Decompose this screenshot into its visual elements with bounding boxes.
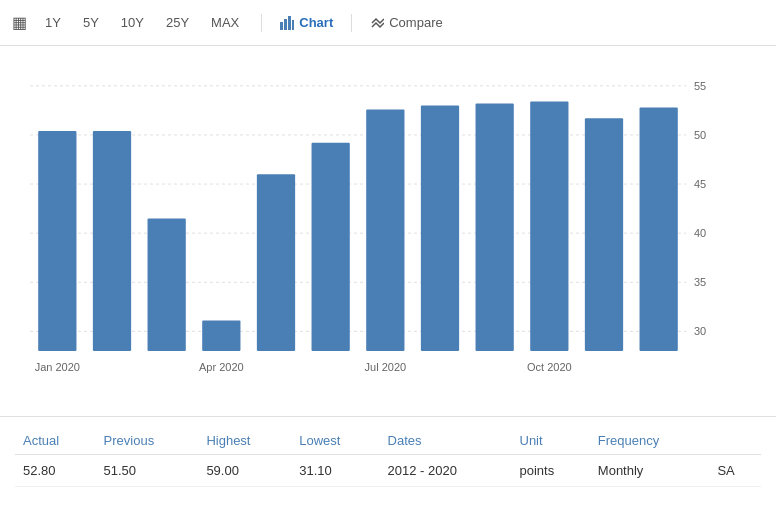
col-unit: Unit [512,427,590,455]
chart-label: Chart [299,15,333,30]
svg-rect-25 [530,102,568,351]
time-10y-button[interactable]: 10Y [117,13,148,32]
col-highest: Highest [198,427,291,455]
table-header-row: Actual Previous Highest Lowest Dates Uni… [15,427,761,455]
table-cell: 2012 - 2020 [380,455,512,487]
svg-text:Oct 2020: Oct 2020 [527,361,572,373]
svg-rect-20 [257,174,295,351]
toolbar-divider2 [351,14,352,32]
col-previous: Previous [96,427,199,455]
svg-text:Jul 2020: Jul 2020 [365,361,407,373]
compare-label: Compare [389,15,442,30]
svg-rect-2 [288,16,291,30]
col-dates: Dates [380,427,512,455]
svg-rect-27 [640,107,678,351]
table-section: Actual Previous Highest Lowest Dates Uni… [0,416,776,497]
table-cell: 59.00 [198,455,291,487]
svg-text:30: 30 [694,325,706,337]
svg-rect-19 [202,321,240,351]
time-25y-button[interactable]: 25Y [162,13,193,32]
table-cell: 31.10 [291,455,379,487]
svg-text:Jan 2020: Jan 2020 [35,361,80,373]
chart-button[interactable]: Chart [280,15,333,30]
compare-button[interactable]: Compare [370,15,442,30]
toolbar-divider [261,14,262,32]
grid-icon: ▦ [12,13,27,32]
toolbar: ▦ 1Y 5Y 10Y 25Y MAX Chart Compare [0,0,776,46]
svg-rect-1 [284,19,287,30]
col-frequency: Frequency [590,427,710,455]
svg-text:45: 45 [694,178,706,190]
col-extra [709,427,761,455]
svg-rect-21 [312,143,350,351]
table-cell: points [512,455,590,487]
col-actual: Actual [15,427,96,455]
time-max-button[interactable]: MAX [207,13,243,32]
svg-text:35: 35 [694,276,706,288]
table-cell: SA [709,455,761,487]
table-row: 52.8051.5059.0031.102012 - 2020pointsMon… [15,455,761,487]
bar-chart-svg: 555045403530Jan 2020Apr 2020Jul 2020Oct … [20,56,726,386]
svg-rect-24 [476,104,514,352]
table-cell: 52.80 [15,455,96,487]
svg-rect-18 [148,218,186,351]
svg-rect-17 [93,131,131,351]
chart-inner: 555045403530Jan 2020Apr 2020Jul 2020Oct … [20,56,726,386]
svg-rect-22 [366,109,404,351]
table-cell: 51.50 [96,455,199,487]
compare-icon [370,16,384,30]
col-lowest: Lowest [291,427,379,455]
svg-rect-0 [280,22,283,30]
svg-rect-3 [292,20,294,30]
svg-text:Apr 2020: Apr 2020 [199,361,244,373]
svg-text:40: 40 [694,227,706,239]
svg-rect-23 [421,105,459,351]
time-1y-button[interactable]: 1Y [41,13,65,32]
time-5y-button[interactable]: 5Y [79,13,103,32]
data-table: Actual Previous Highest Lowest Dates Uni… [15,427,761,487]
chart-area: 555045403530Jan 2020Apr 2020Jul 2020Oct … [0,46,776,416]
svg-text:50: 50 [694,129,706,141]
bar-chart-icon [280,16,294,30]
table-cell: Monthly [590,455,710,487]
svg-rect-26 [585,118,623,351]
svg-text:55: 55 [694,80,706,92]
svg-rect-16 [38,131,76,351]
